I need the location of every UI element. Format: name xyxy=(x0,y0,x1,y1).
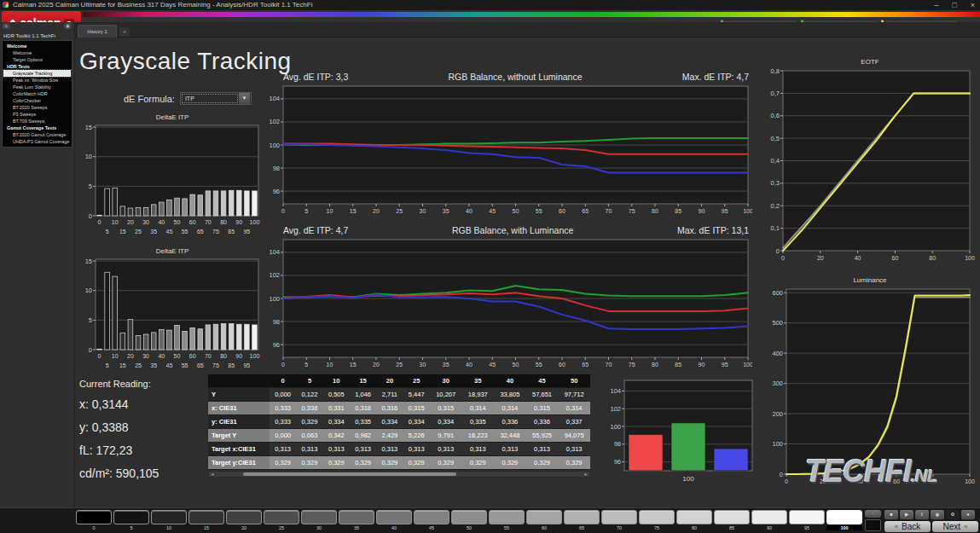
analysis-content: Grayscale Tracking dE Formula: ITP ▼ Del… xyxy=(75,38,980,507)
pattern-swatch-60[interactable]: 60 xyxy=(526,510,562,530)
pattern-swatch-25[interactable]: 25 xyxy=(264,510,299,530)
deltae-chart-no-luminance: DeltaE ITP 05101505101520253035404550556… xyxy=(82,113,263,240)
svg-text:90: 90 xyxy=(699,208,705,214)
current-reading-panel: Current Reading: x: 0,3144 y: 0,3388 fL:… xyxy=(79,379,159,490)
table-cell: 0,334 xyxy=(376,415,403,429)
settings-icon[interactable]: ⚙ xyxy=(946,510,960,519)
pattern-swatch-15[interactable]: 15 xyxy=(188,510,224,530)
sidebar-pin-icon[interactable]: ◉ xyxy=(64,23,72,29)
svg-text:15: 15 xyxy=(119,362,126,368)
table-cell: 0,314 xyxy=(494,402,526,415)
sidebar-item-p3-sweeps[interactable]: P3 Sweeps xyxy=(3,111,71,118)
svg-text:95: 95 xyxy=(243,229,250,235)
scroll-left-icon[interactable]: ◄ xyxy=(209,472,216,477)
pattern-swatch-55[interactable]: 55 xyxy=(489,510,525,530)
svg-text:10: 10 xyxy=(327,208,333,214)
sidebar-item-target-options[interactable]: Target Options xyxy=(3,56,71,63)
pattern-options-button[interactable]: ◦ xyxy=(865,510,881,518)
de-formula-dropdown[interactable]: ITP ▼ xyxy=(180,92,252,105)
svg-text:90: 90 xyxy=(235,219,242,225)
standby-icon[interactable]: ● xyxy=(961,510,975,519)
pause-icon[interactable]: ‖ xyxy=(915,510,929,519)
pattern-swatch-40[interactable]: 40 xyxy=(376,510,412,530)
swatch-value: 20 xyxy=(226,525,262,530)
pattern-swatch-35[interactable]: 35 xyxy=(339,510,374,530)
table-cell: 0,334 xyxy=(323,415,350,429)
sidebar-item-colormatch-hdr[interactable]: ColorMatch HDR xyxy=(3,90,71,97)
swatch-tile xyxy=(451,510,487,524)
scrollbar-thumb[interactable] xyxy=(243,472,456,476)
pattern-swatch-65[interactable]: 65 xyxy=(564,510,600,530)
pattern-swatch-50[interactable]: 50 xyxy=(451,510,487,530)
pattern-swatch-70[interactable]: 70 xyxy=(601,510,637,530)
sidebar-item-bt-709-sweeps[interactable]: BT.709 Sweeps xyxy=(3,118,71,125)
svg-text:30: 30 xyxy=(420,208,426,214)
play-icon[interactable]: ▶ xyxy=(900,510,913,519)
pattern-swatch-5[interactable]: 5 xyxy=(113,510,149,530)
svg-text:15: 15 xyxy=(85,258,92,265)
swatch-tile xyxy=(639,510,675,524)
pattern-swatch-45[interactable]: 45 xyxy=(414,510,449,530)
minimize-icon[interactable]: – xyxy=(934,0,938,10)
pattern-preview-swatch[interactable] xyxy=(865,519,881,531)
table-cell: 0,313 xyxy=(403,443,430,456)
pattern-swatch-100[interactable]: 100 xyxy=(826,510,862,530)
svg-text:100: 100 xyxy=(250,219,260,225)
svg-text:80: 80 xyxy=(929,255,936,261)
scroll-right-icon[interactable]: ► xyxy=(583,472,589,477)
svg-text:70: 70 xyxy=(205,219,212,225)
sidebar-item-peak-vs-window-size[interactable]: Peak vs. Window Size xyxy=(3,77,71,84)
svg-text:100: 100 xyxy=(610,423,621,431)
pattern-swatch-80[interactable]: 80 xyxy=(676,510,712,530)
sidebar-item-welcome[interactable]: Welcome xyxy=(3,49,71,56)
pattern-swatch-10[interactable]: 10 xyxy=(151,510,187,530)
table-scrollbar[interactable]: ◄ ► xyxy=(208,471,590,478)
sidebar-menu-icon[interactable]: ≡ xyxy=(3,23,10,29)
svg-text:0,1: 0,1 xyxy=(771,224,780,232)
tree-category-hdr-tests[interactable]: HDR Tests xyxy=(3,63,71,70)
next-button[interactable]: Next » xyxy=(932,521,978,532)
sidebar-tree: WelcomeWelcomeTarget OptionsHDR TestsGra… xyxy=(2,40,72,148)
pattern-swatch-75[interactable]: 75 xyxy=(639,510,675,530)
add-tab-button[interactable]: + xyxy=(119,27,130,37)
stop-icon[interactable]: ■ xyxy=(884,510,898,519)
pattern-swatch-0[interactable]: 0 xyxy=(76,510,112,530)
workflow-sidebar: ≡ ◉ HDR Toolkit 1.1 TechFi WelcomeWelcom… xyxy=(0,22,75,507)
tab-history-1[interactable]: History 1 xyxy=(78,25,117,38)
table-row-label: Y xyxy=(208,388,270,402)
reading-fl-label: fL: xyxy=(79,443,93,457)
sidebar-item-uhda-p3-gamut-coverage[interactable]: UHDA-P3 Gamut Coverage xyxy=(3,138,71,145)
pattern-swatch-95[interactable]: 95 xyxy=(789,510,825,530)
table-cell: 57,651 xyxy=(526,388,559,402)
tree-category-welcome[interactable]: Welcome xyxy=(3,43,71,49)
table-column-header: 15 xyxy=(350,374,376,388)
svg-text:55: 55 xyxy=(536,362,542,368)
table-column-header: 30 xyxy=(430,374,462,388)
swatch-tile xyxy=(714,510,750,524)
svg-text:35: 35 xyxy=(443,208,449,214)
sidebar-item-peak-lum-stability[interactable]: Peak Lum Stability xyxy=(3,84,71,90)
svg-text:300: 300 xyxy=(772,379,783,387)
camera-icon[interactable]: ◉ xyxy=(931,510,944,519)
svg-text:85: 85 xyxy=(228,229,235,235)
table-cell: 0,315 xyxy=(403,402,430,415)
svg-text:15: 15 xyxy=(119,229,126,235)
table-cell: 0,313 xyxy=(526,443,559,456)
sidebar-item-bt-2020-sweeps[interactable]: BT.2020 Sweeps xyxy=(3,104,71,111)
sidebar-item-colorchecker[interactable]: ColorChecker xyxy=(3,97,71,104)
table-cell: 0,329 xyxy=(323,456,350,470)
sidebar-item-bt-2020-gamut-coverage[interactable]: BT.2020 Gamut Coverage xyxy=(3,131,71,138)
pattern-swatch-90[interactable]: 90 xyxy=(751,510,787,530)
tree-category-gamut-coverage-tests[interactable]: Gamut Coverage Tests xyxy=(3,125,71,131)
svg-text:15: 15 xyxy=(350,208,357,214)
back-button[interactable]: « Back xyxy=(884,521,931,532)
pattern-swatch-30[interactable]: 30 xyxy=(301,510,337,530)
pattern-swatch-20[interactable]: 20 xyxy=(226,510,262,530)
svg-text:96: 96 xyxy=(273,341,280,349)
pattern-swatch-85[interactable]: 85 xyxy=(714,510,750,530)
svg-text:0: 0 xyxy=(98,219,101,225)
maximize-icon[interactable]: □ xyxy=(952,0,956,10)
close-icon[interactable]: × xyxy=(971,0,975,10)
table-row-x-cie31: x: CIE310,3330,3380,3310,3180,3160,3150,… xyxy=(208,402,590,415)
sidebar-item-grayscale-tracking[interactable]: Grayscale Tracking xyxy=(3,70,71,77)
